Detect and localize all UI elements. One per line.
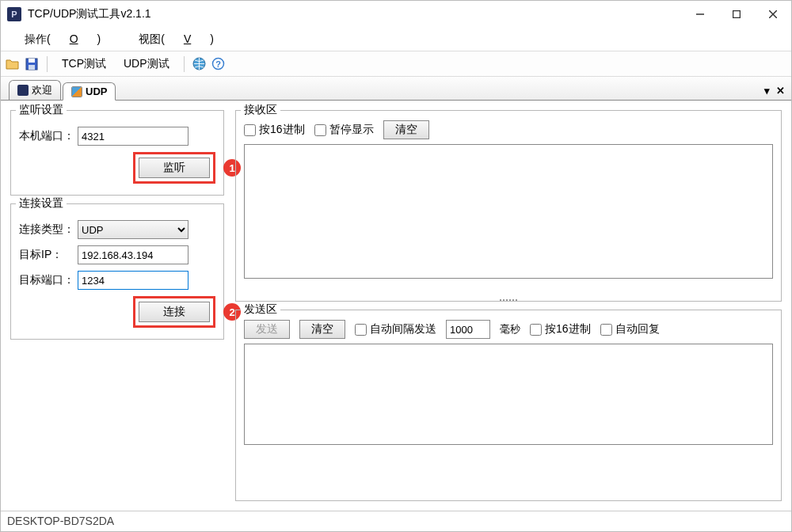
receive-legend: 接收区 bbox=[241, 103, 280, 117]
auto-reply-checkbox[interactable]: 自动回复 bbox=[600, 322, 660, 336]
resize-grip-icon[interactable] bbox=[493, 296, 524, 304]
menu-view[interactable]: 视图(V) bbox=[120, 29, 233, 50]
target-ip-label: 目标IP： bbox=[19, 248, 78, 262]
menu-operate[interactable]: 操作(O) bbox=[6, 29, 120, 50]
minimize-button[interactable] bbox=[682, 1, 718, 28]
status-bar: DESKTOP-BD7S2DA bbox=[1, 511, 791, 531]
send-clear-button[interactable]: 清空 bbox=[299, 320, 345, 339]
receive-textarea[interactable] bbox=[244, 144, 773, 279]
send-legend: 发送区 bbox=[241, 302, 280, 317]
connect-type-select[interactable]: UDP bbox=[78, 220, 188, 239]
browser-icon[interactable] bbox=[192, 57, 207, 71]
target-port-label: 目标端口： bbox=[19, 273, 78, 287]
listen-legend: 监听设置 bbox=[16, 103, 67, 117]
annotation-box-2: 连接 bbox=[133, 296, 215, 328]
toolbar-separator bbox=[184, 56, 185, 72]
welcome-tab-icon bbox=[17, 85, 29, 96]
help-icon[interactable]: ? bbox=[211, 57, 226, 71]
send-textarea[interactable] bbox=[244, 344, 773, 445]
local-port-input[interactable] bbox=[78, 127, 188, 146]
status-text: DESKTOP-BD7S2DA bbox=[7, 515, 114, 527]
send-area-group: 发送区 发送 清空 自动间隔发送 毫秒 按16进制 自动回复 bbox=[235, 310, 782, 501]
listen-settings-group: 监听设置 本机端口： 监听 1 bbox=[10, 110, 224, 196]
close-button[interactable] bbox=[755, 1, 791, 28]
svg-rect-2 bbox=[29, 59, 35, 63]
udp-tab-icon bbox=[71, 86, 82, 97]
interval-input[interactable] bbox=[446, 320, 490, 339]
svg-rect-0 bbox=[733, 11, 741, 18]
listen-button[interactable]: 监听 bbox=[139, 158, 210, 178]
local-port-label: 本机端口： bbox=[19, 129, 78, 143]
recv-hex-checkbox[interactable]: 按16进制 bbox=[244, 123, 305, 137]
connect-type-label: 连接类型： bbox=[19, 222, 78, 237]
ms-label: 毫秒 bbox=[500, 322, 520, 336]
receive-area-group: 接收区 按16进制 暂停显示 清空 bbox=[235, 110, 782, 302]
recv-pause-checkbox[interactable]: 暂停显示 bbox=[314, 123, 374, 137]
send-hex-checkbox[interactable]: 按16进制 bbox=[530, 322, 591, 336]
save-icon[interactable] bbox=[25, 57, 39, 71]
send-button[interactable]: 发送 bbox=[244, 320, 290, 339]
target-port-input[interactable] bbox=[78, 271, 188, 290]
auto-interval-checkbox[interactable]: 自动间隔发送 bbox=[355, 322, 436, 336]
tab-label: 欢迎 bbox=[32, 83, 52, 97]
open-icon[interactable] bbox=[6, 57, 20, 71]
connect-settings-group: 连接设置 连接类型： UDP 目标IP： 目标端口： 连 bbox=[10, 203, 224, 340]
recv-clear-button[interactable]: 清空 bbox=[383, 120, 429, 139]
tab-dropdown-icon[interactable]: ▾ bbox=[764, 85, 770, 97]
connect-legend: 连接设置 bbox=[16, 196, 67, 211]
svg-rect-3 bbox=[29, 65, 35, 70]
tab-close-icon[interactable]: ✕ bbox=[776, 85, 785, 97]
app-icon: P bbox=[7, 7, 21, 21]
svg-text:?: ? bbox=[215, 59, 221, 69]
toolbar-separator bbox=[47, 56, 48, 72]
tab-udp[interactable]: UDP bbox=[63, 82, 116, 101]
tab-welcome[interactable]: 欢迎 bbox=[9, 80, 61, 100]
udp-test-button[interactable]: UDP测试 bbox=[117, 55, 176, 73]
target-ip-input[interactable] bbox=[78, 245, 188, 264]
tab-label: UDP bbox=[86, 86, 107, 97]
annotation-box-1: 监听 bbox=[133, 152, 215, 184]
connect-button[interactable]: 连接 bbox=[139, 302, 210, 322]
maximize-button[interactable] bbox=[718, 1, 755, 28]
window-title: TCP/UDP测试工具v2.1.1 bbox=[28, 7, 682, 21]
tcp-test-button[interactable]: TCP测试 bbox=[55, 55, 112, 73]
